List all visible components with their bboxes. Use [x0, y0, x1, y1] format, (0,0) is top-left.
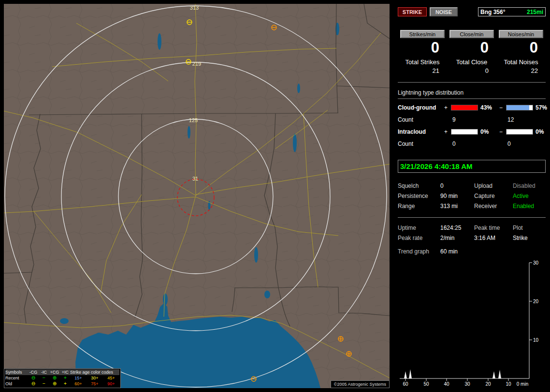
- plus-sign: +: [444, 128, 451, 135]
- noises-column: Noises/min 0 Total Noises 22: [496, 30, 546, 74]
- control-panel: STRIKE NOISE Bng 356° 215mi Strikes/min …: [395, 0, 548, 392]
- cloud-ground-count-row: Count 9 12: [398, 116, 546, 123]
- svg-text:20: 20: [533, 299, 539, 304]
- cg-positive-pct: 43%: [478, 104, 499, 111]
- range-value: 313 mi: [440, 203, 474, 210]
- legend-symbols-header: Symbols: [5, 369, 28, 375]
- ic-positive-count: 0: [451, 140, 478, 147]
- circle-plus-icon: ⊕: [49, 381, 60, 387]
- persistence-label: Persistence: [398, 193, 440, 199]
- cloud-ground-label: Cloud-ground: [398, 104, 444, 111]
- cg-negative-pct: 57%: [533, 104, 547, 111]
- receiver-label: Receiver: [474, 203, 513, 210]
- squelch-value: 0: [440, 182, 474, 189]
- plus-icon: +: [60, 375, 70, 381]
- minus-sign: −: [499, 128, 506, 135]
- map-svg: 313 219 125 31: [4, 4, 390, 388]
- close-column: Close/min 0 Total Close 0: [447, 30, 496, 74]
- trend-spikes: [404, 369, 501, 378]
- top-bar: STRIKE NOISE Bng 356° 215mi: [398, 7, 546, 16]
- cg-positive-bar: [451, 105, 478, 111]
- separator: [398, 82, 546, 83]
- upload-label: Upload: [474, 182, 513, 189]
- lightning-map[interactable]: 313 219 125 31 Symbols -CG -IC +CG +: [4, 4, 390, 388]
- total-close-label: Total Close: [447, 58, 496, 66]
- svg-text:50: 50: [423, 381, 429, 387]
- strike-button[interactable]: STRIKE: [398, 7, 427, 16]
- age-code: 60+: [70, 381, 87, 387]
- noise-button[interactable]: NOISE: [430, 7, 458, 16]
- capture-label: Capture: [474, 193, 513, 199]
- close-per-min-value: 0: [447, 40, 496, 56]
- strikes-per-min-button[interactable]: Strikes/min: [400, 30, 445, 38]
- minus-icon: −: [39, 381, 49, 387]
- cg-positive-count: 9: [451, 116, 478, 123]
- timestamp-value: 3/21/2026 4:40:18 AM: [400, 162, 473, 170]
- ic-positive-bar: [451, 129, 478, 135]
- svg-text:10: 10: [533, 337, 539, 343]
- trend-graph-row: Trend graph 60 min: [398, 248, 546, 255]
- age-code: 90+: [103, 381, 119, 387]
- ring-label-219: 219: [192, 61, 201, 67]
- ic-negative-bar: [506, 129, 533, 135]
- uptime-value: 1624:25: [440, 224, 474, 231]
- legend-col-nic: -IC: [39, 369, 49, 375]
- bearing-display: Bng 356° 215mi: [478, 7, 546, 16]
- plot-value: Strike: [513, 235, 546, 241]
- svg-text:20: 20: [485, 381, 491, 387]
- minus-icon: −: [39, 375, 49, 381]
- capture-value: Active: [513, 193, 546, 199]
- strikes-per-min-value: 0: [398, 40, 447, 56]
- age-code: 30+: [87, 375, 103, 381]
- ic-positive-pct: 0%: [478, 128, 499, 135]
- receiver-value: Enabled: [513, 203, 546, 210]
- legend-old-label: Old: [5, 381, 28, 387]
- ic-negative-count: 0: [506, 140, 533, 147]
- timestamp-display: 3/21/2026 4:40:18 AM: [398, 160, 546, 173]
- strike-symbol: [347, 351, 351, 356]
- legend-col-pic: +IC: [60, 369, 70, 375]
- cg-positive-bar-fill: [451, 105, 478, 110]
- peak-time-label: Peak time: [474, 224, 513, 231]
- separator: [398, 217, 546, 218]
- plus-sign: +: [444, 104, 451, 111]
- persistence-value: 90 min: [440, 193, 474, 199]
- count-label: Count: [398, 116, 444, 123]
- ic-negative-pct: 0%: [533, 128, 546, 135]
- trend-axes: [400, 263, 532, 381]
- age-code: 75+: [87, 381, 103, 387]
- total-strikes-value: 21: [398, 67, 447, 74]
- minus-sign: −: [499, 104, 506, 111]
- strikes-column: Strikes/min 0 Total Strikes 21: [398, 30, 447, 74]
- legend-col-pcg: +CG: [49, 369, 60, 375]
- noises-per-min-value: 0: [496, 40, 546, 56]
- circle-plus-icon: ⊕: [49, 375, 60, 381]
- trend-graph: 30 20 10 60 50 40 30 20 10 0 min: [398, 260, 547, 389]
- circle-minus-icon: ⊖: [28, 375, 39, 381]
- trend-graph-value: 60 min: [440, 248, 546, 255]
- total-close-value: 0: [447, 67, 496, 74]
- noises-per-min-button[interactable]: Noises/min: [499, 30, 543, 38]
- intracloud-label: Intracloud: [398, 128, 444, 135]
- stats-grid: Uptime 1624:25 Peak time Plot Peak rate …: [398, 224, 546, 241]
- total-strikes-label: Total Strikes: [398, 58, 447, 66]
- map-legend: Symbols -CG -IC +CG +IC Strike age color…: [4, 368, 121, 388]
- range-label: Range: [398, 203, 440, 210]
- intracloud-count-row: Count 0 0: [398, 140, 546, 147]
- plot-label: Plot: [513, 224, 546, 231]
- trend-tick-labels: 30 20 10 60 50 40 30 20 10 0 min: [403, 260, 538, 387]
- svg-text:60: 60: [403, 381, 408, 387]
- cg-negative-bar-fill: [507, 105, 529, 110]
- cg-negative-count: 12: [506, 116, 533, 123]
- ring-label-125: 125: [189, 117, 198, 123]
- ring-label-313: 313: [190, 5, 199, 11]
- rate-counters: Strikes/min 0 Total Strikes 21 Close/min…: [398, 30, 546, 74]
- total-noises-value: 22: [496, 67, 546, 74]
- svg-text:0 min: 0 min: [517, 381, 528, 387]
- circle-minus-icon: ⊖: [28, 381, 39, 387]
- close-per-min-button[interactable]: Close/min: [449, 30, 494, 38]
- svg-text:40: 40: [444, 381, 449, 387]
- cloud-ground-row: Cloud-ground + 43% − 57%: [398, 104, 546, 111]
- svg-text:30: 30: [533, 260, 539, 266]
- uptime-label: Uptime: [398, 224, 440, 231]
